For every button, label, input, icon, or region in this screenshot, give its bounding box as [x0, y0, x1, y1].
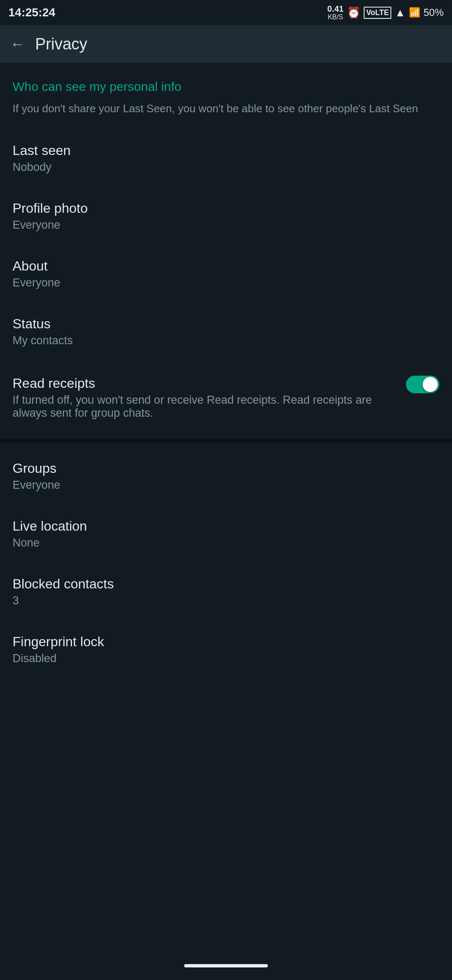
personal-info-section: Who can see my personal info If you don'…	[0, 63, 452, 121]
wifi-icon: ▲	[395, 6, 406, 19]
groups-item[interactable]: Groups Everyone	[0, 447, 452, 505]
last-seen-item[interactable]: Last seen Nobody	[0, 129, 452, 187]
content: Who can see my personal info If you don'…	[0, 63, 452, 678]
read-receipts-item[interactable]: Read receipts If turned off, you won't s…	[0, 361, 452, 435]
battery-indicator: 50%	[424, 7, 444, 18]
status-title: Status	[13, 316, 439, 332]
toggle-knob	[423, 377, 438, 392]
status-subtitle: My contacts	[13, 334, 439, 347]
speed-indicator: 0.41 KB/S	[327, 4, 344, 21]
app-bar: ← Privacy	[0, 25, 452, 63]
nav-indicator	[184, 964, 268, 967]
signal-icon: 📶	[409, 7, 420, 18]
section-description: If you don't share your Last Seen, you w…	[13, 101, 439, 117]
profile-photo-title: Profile photo	[13, 201, 439, 216]
about-item[interactable]: About Everyone	[0, 245, 452, 303]
fingerprint-lock-item[interactable]: Fingerprint lock Disabled	[0, 621, 452, 678]
last-seen-subtitle: Nobody	[13, 161, 439, 174]
last-seen-title: Last seen	[13, 143, 439, 158]
section-divider	[0, 439, 452, 443]
fingerprint-lock-subtitle: Disabled	[13, 652, 439, 665]
live-location-item[interactable]: Live location None	[0, 505, 452, 563]
read-receipts-title: Read receipts	[13, 376, 398, 391]
blocked-contacts-item[interactable]: Blocked contacts 3	[0, 563, 452, 621]
alarm-icon: ⏰	[347, 6, 360, 19]
page-title: Privacy	[35, 35, 87, 53]
section-title: Who can see my personal info	[13, 80, 439, 94]
status-item[interactable]: Status My contacts	[0, 303, 452, 361]
live-location-title: Live location	[13, 518, 439, 534]
blocked-contacts-subtitle: 3	[13, 594, 439, 607]
nav-bar	[0, 956, 452, 980]
groups-title: Groups	[13, 461, 439, 476]
status-icons: 0.41 KB/S ⏰ VoLTE ▲ 📶 50%	[327, 4, 444, 21]
about-subtitle: Everyone	[13, 276, 439, 289]
blocked-contacts-title: Blocked contacts	[13, 576, 439, 592]
profile-photo-subtitle: Everyone	[13, 219, 439, 232]
groups-subtitle: Everyone	[13, 479, 439, 492]
fingerprint-lock-title: Fingerprint lock	[13, 634, 439, 650]
live-location-subtitle: None	[13, 536, 439, 549]
profile-photo-item[interactable]: Profile photo Everyone	[0, 187, 452, 245]
volte-icon: VoLTE	[364, 7, 391, 19]
settings-list: Last seen Nobody Profile photo Everyone …	[0, 129, 452, 678]
read-receipts-subtitle: If turned off, you won't send or receive…	[13, 394, 398, 420]
back-button[interactable]: ←	[10, 35, 25, 53]
status-bar: 14:25:24 0.41 KB/S ⏰ VoLTE ▲ 📶 50%	[0, 0, 452, 25]
about-title: About	[13, 258, 439, 274]
status-time: 14:25:24	[8, 6, 55, 19]
read-receipts-toggle[interactable]	[406, 376, 439, 393]
